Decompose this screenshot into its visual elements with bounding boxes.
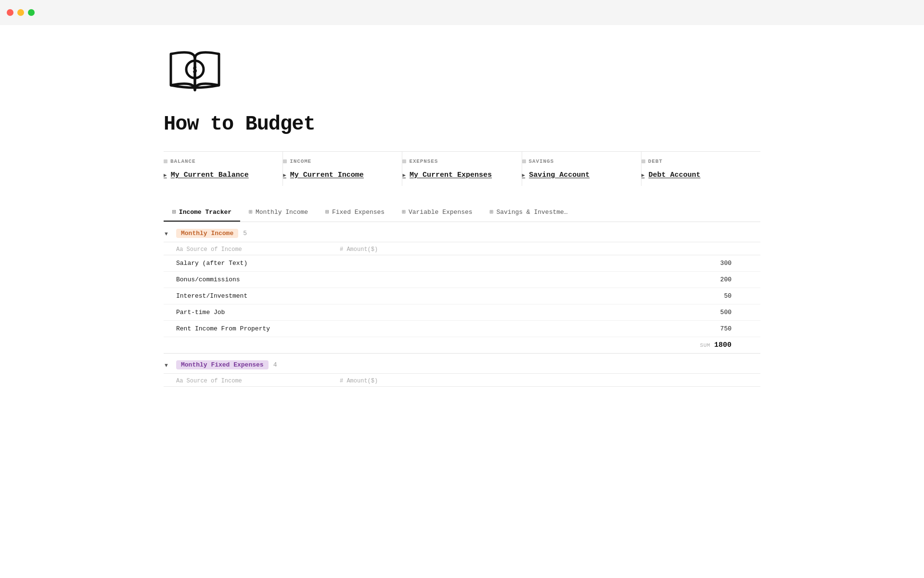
- card-section: EXEPNSES ▶ My Current Expenses: [402, 152, 522, 186]
- col-amount: # Amount($): [340, 246, 760, 253]
- card-section: DEBT ▶ Debt Account: [642, 152, 760, 186]
- tab-monthly-income[interactable]: ⊞ Monthly Income: [240, 203, 317, 222]
- card-label-text: DEBT: [648, 158, 663, 164]
- card-link[interactable]: ▶ Saving Account: [522, 171, 633, 179]
- tab-label: Income Tracker: [179, 209, 231, 216]
- card-link[interactable]: ▶ My Current Income: [283, 171, 394, 179]
- column-headers: Aa Source of Income # Amount($): [164, 242, 760, 255]
- row-amount: 300: [340, 260, 760, 267]
- card-label-text: BALANCE: [170, 158, 195, 164]
- card-link[interactable]: ▶ My Current Balance: [164, 171, 275, 179]
- card-link-text: My Current Balance: [171, 171, 249, 179]
- label-dot: [522, 159, 526, 163]
- tab-label: Variable Expenses: [409, 209, 473, 216]
- tab-icon: ⊞: [325, 208, 329, 216]
- tab-icon: ⊞: [172, 208, 176, 216]
- tab-variable-expenses[interactable]: ⊞ Variable Expenses: [393, 203, 481, 222]
- label-dot: [164, 159, 167, 163]
- card-link-text: My Current Expenses: [410, 171, 492, 179]
- col-source: Aa Source of Income: [176, 378, 340, 384]
- card-label: DEBT: [642, 158, 753, 164]
- arrow-icon: ▶: [522, 172, 526, 178]
- group-header: ▼ Monthly Income 5: [164, 222, 760, 242]
- tab-icon: ⊞: [249, 208, 253, 216]
- tab-income-tracker[interactable]: ⊞ Income Tracker: [164, 203, 240, 222]
- group-badge: Monthly Fixed Expenses: [176, 360, 269, 369]
- col-source: Aa Source of Income: [176, 246, 340, 253]
- book-icon: $: [164, 44, 760, 99]
- card-label-text: SAVINGS: [529, 158, 554, 164]
- svg-text:$: $: [193, 65, 197, 75]
- group-toggle[interactable]: ▼: [164, 362, 171, 368]
- card-label-text: EXEPNSES: [409, 158, 438, 164]
- card-label: SAVINGS: [522, 158, 633, 164]
- group-toggle[interactable]: ▼: [164, 231, 171, 236]
- card-link-text: My Current Income: [290, 171, 364, 179]
- card-link-text: Debt Account: [648, 171, 700, 179]
- card-link[interactable]: ▶ My Current Expenses: [402, 171, 513, 179]
- col-amount: # Amount($): [340, 378, 760, 384]
- sum-value: 1800: [714, 341, 732, 349]
- tab-label: Monthly Income: [256, 209, 308, 216]
- tab-fixed-expenses[interactable]: ⊞ Fixed Expenses: [317, 203, 393, 222]
- minimize-button[interactable]: [17, 9, 24, 16]
- close-button[interactable]: [7, 9, 13, 16]
- label-dot: [642, 159, 645, 163]
- label-dot: [402, 159, 406, 163]
- col-source-label: Aa Source of Income: [176, 378, 242, 384]
- row-amount: 500: [340, 309, 760, 316]
- table-row[interactable]: Bonus/commissions 200: [164, 272, 760, 288]
- tab-icon: ⊞: [490, 208, 494, 216]
- group-count: 5: [243, 230, 247, 237]
- arrow-icon: ▶: [642, 172, 645, 178]
- row-amount: 750: [340, 325, 760, 332]
- arrow-icon: ▶: [283, 172, 286, 178]
- col-amount-label: # Amount($): [340, 246, 378, 253]
- card-section: SAVINGS ▶ Saving Account: [522, 152, 642, 186]
- titlebar: [0, 0, 924, 25]
- table-row[interactable]: Interest/Investment 50: [164, 288, 760, 304]
- table-row[interactable]: Salary (after Text) 300: [164, 255, 760, 272]
- tabs-row: ⊞ Income Tracker ⊞ Monthly Income ⊞ Fixe…: [164, 203, 760, 222]
- sum-label: SUM: [700, 342, 710, 348]
- table-row[interactable]: Rent Income From Property 750: [164, 321, 760, 337]
- cards-row: BALANCE ▶ My Current Balance INCOME ▶ My…: [164, 151, 760, 186]
- arrow-icon: ▶: [402, 172, 406, 178]
- card-section: INCOME ▶ My Current Income: [283, 152, 402, 186]
- row-name: Salary (after Text): [176, 260, 340, 267]
- maximize-button[interactable]: [28, 9, 35, 16]
- logo-area: $: [164, 44, 760, 99]
- card-label: BALANCE: [164, 158, 275, 164]
- tab-label: Savings & Investme…: [496, 209, 567, 216]
- tab-label: Fixed Expenses: [332, 209, 385, 216]
- page-title: How to Budget: [164, 113, 760, 136]
- row-name: Interest/Investment: [176, 292, 340, 300]
- row-amount: 50: [340, 292, 760, 300]
- row-name: Part-time Job: [176, 309, 340, 316]
- card-link-text: Saving Account: [529, 171, 590, 179]
- main-content: $ How to Budget BALANCE ▶ My Current Bal…: [125, 25, 799, 416]
- card-label: INCOME: [283, 158, 394, 164]
- tab-icon: ⊞: [402, 208, 406, 216]
- card-label: EXEPNSES: [402, 158, 513, 164]
- table-row[interactable]: Part-time Job 500: [164, 304, 760, 321]
- column-headers: Aa Source of Income # Amount($): [164, 374, 760, 387]
- group-header: ▼ Monthly Fixed Expenses 4: [164, 354, 760, 374]
- row-name: Rent Income From Property: [176, 325, 340, 332]
- group-count: 4: [273, 361, 277, 368]
- card-section: BALANCE ▶ My Current Balance: [164, 152, 283, 186]
- arrow-icon: ▶: [164, 172, 167, 178]
- label-dot: [283, 159, 287, 163]
- card-label-text: INCOME: [290, 158, 311, 164]
- group-badge: Monthly Income: [176, 229, 238, 238]
- table-container: ▼ Monthly Income 5 Aa Source of Income #…: [164, 222, 760, 387]
- tab-savings--investme[interactable]: ⊞ Savings & Investme…: [481, 203, 577, 222]
- card-link[interactable]: ▶ Debt Account: [642, 171, 753, 179]
- col-source-label: Aa Source of Income: [176, 246, 242, 253]
- row-name: Bonus/commissions: [176, 276, 340, 283]
- sum-row: SUM 1800: [164, 337, 760, 354]
- col-amount-label: # Amount($): [340, 378, 378, 384]
- row-amount: 200: [340, 276, 760, 283]
